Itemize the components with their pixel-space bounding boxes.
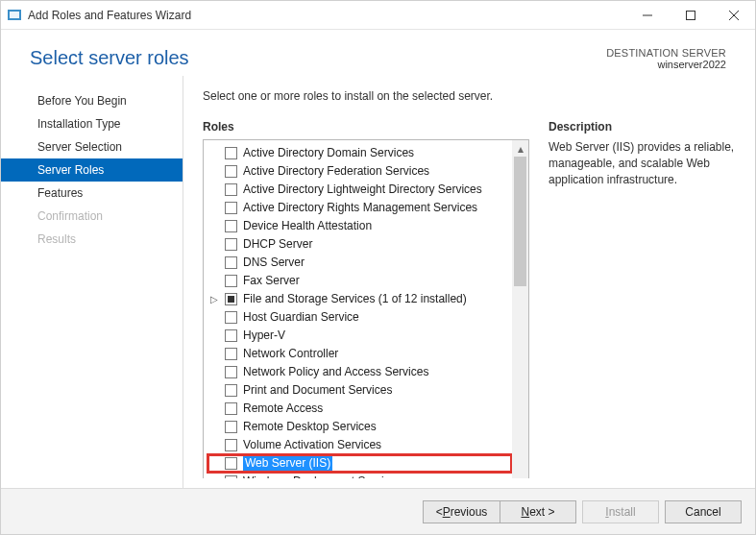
wizard-step: Confirmation (1, 205, 183, 228)
role-checkbox[interactable] (225, 238, 237, 251)
role-label: Remote Desktop Services (243, 419, 377, 435)
role-label: Network Policy and Access Services (243, 364, 428, 380)
maximize-button[interactable] (669, 1, 712, 29)
wizard-step[interactable]: Features (1, 182, 183, 205)
role-checkbox[interactable] (225, 183, 237, 196)
scroll-track[interactable] (512, 157, 528, 478)
minimize-button[interactable] (625, 1, 669, 29)
roles-heading: Roles (203, 120, 529, 134)
role-label: Device Health Attestation (243, 218, 372, 234)
role-label: Fax Server (243, 273, 300, 289)
role-item[interactable]: Active Directory Federation Services (207, 162, 512, 181)
role-label: Active Directory Domain Services (243, 145, 414, 161)
role-label: Volume Activation Services (243, 437, 381, 453)
role-checkbox[interactable] (225, 256, 237, 269)
roles-scroll-area[interactable]: Active Directory Domain ServicesActive D… (204, 140, 512, 478)
destination-server-block: DESTINATION SERVER winserver2022 (606, 47, 726, 70)
scroll-thumb[interactable] (514, 157, 526, 286)
role-item[interactable]: Fax Server (207, 272, 512, 290)
role-label: Remote Access (243, 401, 323, 417)
wizard-step[interactable]: Server Roles (1, 158, 183, 182)
wizard-steps-sidebar: Before You BeginInstallation TypeServer … (1, 76, 183, 488)
role-label: Hyper-V (243, 328, 285, 344)
footer: < Previous Next > Install Cancel (1, 488, 755, 534)
role-item[interactable]: Device Health Attestation (207, 217, 512, 235)
install-button[interactable]: Install (582, 500, 659, 523)
role-checkbox[interactable] (225, 311, 237, 324)
role-checkbox[interactable] (225, 220, 237, 232)
header: Select server roles DESTINATION SERVER w… (1, 30, 755, 76)
role-checkbox[interactable] (225, 475, 237, 478)
role-item[interactable]: DHCP Server (207, 235, 512, 254)
role-item[interactable]: Host Guardian Service (207, 308, 512, 327)
role-item[interactable]: Volume Activation Services (207, 436, 512, 454)
role-checkbox[interactable] (225, 402, 237, 415)
svg-rect-3 (686, 11, 695, 19)
nav-button-group: < Previous Next > (423, 500, 576, 523)
role-item[interactable]: Active Directory Domain Services (207, 144, 512, 162)
wizard-step: Results (1, 228, 183, 251)
role-checkbox[interactable] (225, 293, 237, 305)
role-label: Active Directory Lightweight Directory S… (243, 182, 482, 198)
role-label: DHCP Server (243, 236, 312, 253)
wizard-step[interactable]: Installation Type (1, 112, 183, 135)
role-checkbox[interactable] (225, 329, 237, 342)
role-item[interactable]: Remote Access (207, 400, 512, 418)
role-item[interactable]: Hyper-V (207, 327, 512, 345)
role-checkbox[interactable] (225, 421, 237, 433)
role-item[interactable]: Active Directory Lightweight Directory S… (207, 181, 512, 199)
role-checkbox[interactable] (225, 366, 237, 378)
roles-listbox: Active Directory Domain ServicesActive D… (203, 139, 529, 478)
destination-server-name: winserver2022 (606, 59, 726, 70)
wizard-window: Add Roles and Features Wizard Select ser… (0, 0, 756, 535)
role-label: Network Controller (243, 346, 338, 362)
role-checkbox[interactable] (225, 439, 237, 451)
description-heading: Description (549, 120, 736, 134)
role-label: Web Server (IIS) (243, 455, 332, 472)
role-label: Host Guardian Service (243, 309, 359, 326)
content-pane: Select one or more roles to install on t… (183, 76, 745, 488)
role-label: Windows Deployment Services (243, 474, 402, 478)
role-item[interactable]: Active Directory Rights Management Servi… (207, 199, 512, 217)
role-item[interactable]: ▷File and Storage Services (1 of 12 inst… (207, 290, 512, 308)
roles-column: Roles Active Directory Domain ServicesAc… (203, 120, 529, 478)
role-checkbox[interactable] (225, 275, 237, 287)
role-item[interactable]: Network Controller (207, 345, 512, 363)
role-item[interactable]: Web Server (IIS) (207, 454, 512, 473)
role-checkbox[interactable] (225, 384, 237, 397)
close-button[interactable] (712, 1, 755, 29)
description-column: Description Web Server (IIS) provides a … (549, 120, 736, 478)
wizard-step[interactable]: Server Selection (1, 135, 183, 158)
svg-rect-1 (10, 12, 19, 18)
role-item[interactable]: Windows Deployment Services (207, 473, 512, 478)
role-checkbox[interactable] (225, 457, 237, 470)
role-checkbox[interactable] (225, 202, 237, 214)
role-item[interactable]: Print and Document Services (207, 381, 512, 400)
role-label: File and Storage Services (1 of 12 insta… (243, 291, 467, 307)
next-button[interactable]: Next > (500, 500, 576, 523)
role-label: Active Directory Federation Services (243, 163, 429, 180)
role-item[interactable]: DNS Server (207, 254, 512, 272)
destination-label: DESTINATION SERVER (606, 47, 726, 59)
previous-button[interactable]: < Previous (423, 500, 500, 523)
description-text: Web Server (IIS) provides a reliable, ma… (549, 139, 736, 188)
role-checkbox[interactable] (225, 147, 237, 159)
role-checkbox[interactable] (225, 348, 237, 360)
cancel-button[interactable]: Cancel (665, 500, 742, 523)
role-checkbox[interactable] (225, 165, 237, 178)
page-title: Select server roles (30, 47, 606, 69)
instruction-text: Select one or more roles to install on t… (203, 89, 736, 103)
expander-icon[interactable]: ▷ (209, 291, 219, 307)
wizard-step[interactable]: Before You Begin (1, 89, 183, 112)
main-content: Before You BeginInstallation TypeServer … (1, 76, 755, 488)
titlebar: Add Roles and Features Wizard (1, 1, 755, 30)
scroll-up-icon[interactable]: ▴ (512, 140, 528, 157)
role-item[interactable]: Remote Desktop Services (207, 418, 512, 436)
role-label: Print and Document Services (243, 382, 392, 399)
role-label: DNS Server (243, 255, 305, 271)
role-item[interactable]: Network Policy and Access Services (207, 363, 512, 381)
scrollbar[interactable]: ▴ ▾ (512, 140, 528, 478)
role-label: Active Directory Rights Management Servi… (243, 200, 477, 216)
app-icon (7, 8, 22, 23)
window-title: Add Roles and Features Wizard (28, 9, 625, 22)
